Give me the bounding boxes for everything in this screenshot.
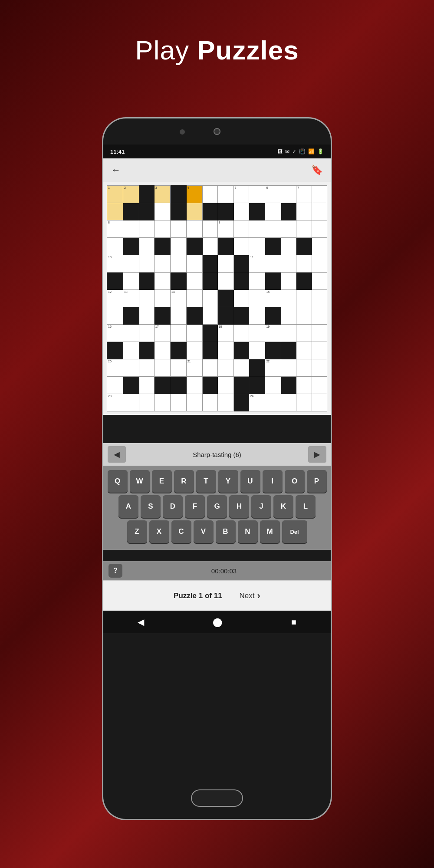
crossword-cell[interactable]: [186, 203, 202, 220]
crossword-cell[interactable]: [154, 255, 170, 273]
crossword-cell[interactable]: [170, 359, 186, 377]
crossword-cell[interactable]: [123, 203, 139, 220]
key-g[interactable]: G: [207, 495, 227, 518]
crossword-cell[interactable]: [139, 186, 154, 203]
crossword-cell[interactable]: [170, 238, 186, 255]
key-k[interactable]: K: [273, 495, 293, 518]
crossword-cell[interactable]: [170, 220, 186, 238]
crossword-cell[interactable]: [186, 307, 202, 325]
crossword-cell[interactable]: [281, 359, 296, 377]
crossword-cell[interactable]: [139, 220, 154, 238]
crossword-cell[interactable]: [249, 377, 265, 394]
crossword-cell[interactable]: [123, 238, 139, 255]
crossword-cell[interactable]: [249, 203, 265, 220]
crossword-cell[interactable]: 1: [107, 186, 123, 203]
crossword-cell[interactable]: [186, 273, 202, 290]
crossword-cell[interactable]: [170, 377, 186, 394]
crossword-cell[interactable]: 14: [170, 290, 186, 307]
key-p[interactable]: P: [307, 470, 327, 493]
crossword-cell[interactable]: 6: [265, 186, 281, 203]
crossword-cell[interactable]: [170, 186, 186, 203]
crossword-cell[interactable]: [154, 238, 170, 255]
crossword-cell[interactable]: [154, 377, 170, 394]
crossword-cell[interactable]: [107, 273, 123, 290]
crossword-cell[interactable]: [233, 273, 249, 290]
crossword-cell[interactable]: [249, 220, 265, 238]
crossword-cell[interactable]: [249, 307, 265, 325]
crossword-cell[interactable]: [265, 273, 281, 290]
crossword-cell[interactable]: [281, 377, 296, 394]
crossword-cell[interactable]: [123, 273, 139, 290]
crossword-cell[interactable]: [170, 273, 186, 290]
crossword-cell[interactable]: [281, 290, 296, 307]
crossword-cell[interactable]: [217, 273, 233, 290]
crossword-cell[interactable]: [139, 394, 154, 411]
help-button[interactable]: ?: [108, 564, 122, 578]
key-l[interactable]: L: [296, 495, 316, 518]
crossword-cell[interactable]: [217, 359, 233, 377]
crossword-cell[interactable]: [249, 359, 265, 377]
crossword-cell[interactable]: [123, 359, 139, 377]
crossword-cell[interactable]: [281, 203, 296, 220]
crossword-cell[interactable]: [265, 377, 281, 394]
crossword-cell[interactable]: [233, 359, 249, 377]
crossword-cell[interactable]: [312, 255, 327, 273]
crossword-cell[interactable]: [312, 220, 327, 238]
crossword-cell[interactable]: [217, 377, 233, 394]
crossword-cell[interactable]: [154, 203, 170, 220]
crossword-cell[interactable]: [123, 325, 139, 342]
crossword-cell[interactable]: [202, 203, 217, 220]
crossword-cell[interactable]: [233, 342, 249, 359]
crossword-cell[interactable]: 8: [107, 220, 123, 238]
crossword-cell[interactable]: [202, 359, 217, 377]
crossword-cell[interactable]: [249, 273, 265, 290]
crossword-cell[interactable]: [281, 394, 296, 411]
next-puzzle-button[interactable]: Next ›: [240, 590, 260, 602]
crossword-cell[interactable]: [217, 255, 233, 273]
crossword-cell[interactable]: [139, 325, 154, 342]
crossword-cell[interactable]: 16: [107, 325, 123, 342]
key-a[interactable]: A: [118, 495, 138, 518]
crossword-cell[interactable]: [154, 273, 170, 290]
crossword-cell[interactable]: [139, 255, 154, 273]
crossword-cell[interactable]: [265, 203, 281, 220]
key-r[interactable]: R: [174, 470, 194, 493]
crossword-cell[interactable]: [312, 307, 327, 325]
key-t[interactable]: T: [196, 470, 216, 493]
crossword-cell[interactable]: [233, 238, 249, 255]
crossword-cell[interactable]: 21: [186, 359, 202, 377]
crossword-cell[interactable]: [202, 238, 217, 255]
crossword-cell[interactable]: [249, 238, 265, 255]
crossword-cell[interactable]: [217, 186, 233, 203]
crossword-cell[interactable]: [249, 290, 265, 307]
key-j[interactable]: J: [251, 495, 271, 518]
crossword-cell[interactable]: [123, 394, 139, 411]
crossword-cell[interactable]: [249, 186, 265, 203]
crossword-cell[interactable]: [265, 220, 281, 238]
crossword-cell[interactable]: [217, 307, 233, 325]
crossword-cell[interactable]: [217, 342, 233, 359]
crossword-cell[interactable]: [202, 377, 217, 394]
crossword-cell[interactable]: [202, 290, 217, 307]
crossword-cell[interactable]: [186, 255, 202, 273]
key-n[interactable]: N: [238, 520, 258, 543]
crossword-cell[interactable]: [139, 342, 154, 359]
crossword-cell[interactable]: 11: [249, 255, 265, 273]
crossword-cell[interactable]: [170, 203, 186, 220]
home-button[interactable]: [191, 789, 243, 807]
crossword-cell[interactable]: [281, 325, 296, 342]
crossword-cell[interactable]: [186, 377, 202, 394]
key-del[interactable]: Del: [282, 520, 307, 543]
crossword-cell[interactable]: [281, 342, 296, 359]
key-v[interactable]: V: [194, 520, 214, 543]
crossword-cell[interactable]: [123, 307, 139, 325]
crossword-cell[interactable]: 9: [217, 220, 233, 238]
crossword-cell[interactable]: [202, 255, 217, 273]
crossword-cell[interactable]: 3: [154, 186, 170, 203]
crossword-cell[interactable]: [265, 394, 281, 411]
next-clue-button[interactable]: ▶: [308, 446, 326, 463]
key-s[interactable]: S: [141, 495, 161, 518]
crossword-cell[interactable]: [233, 377, 249, 394]
crossword-cell[interactable]: [281, 255, 296, 273]
crossword-cell[interactable]: 22: [265, 359, 281, 377]
